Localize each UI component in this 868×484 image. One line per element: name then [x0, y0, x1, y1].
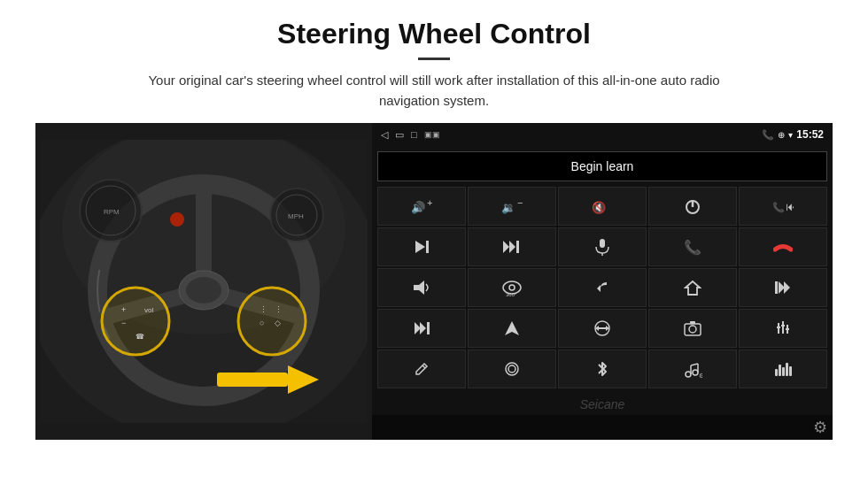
svg-text:⏮: ⏮	[786, 200, 794, 213]
nav-button[interactable]	[468, 309, 556, 348]
svg-rect-69	[781, 325, 785, 327]
begin-learn-button[interactable]: Begin learn	[377, 151, 827, 181]
svg-text:MPH: MPH	[288, 212, 304, 220]
edit-button[interactable]	[377, 350, 466, 388]
back-button[interactable]	[558, 268, 647, 307]
svg-point-75	[693, 370, 698, 375]
time-display: 15:52	[796, 128, 824, 141]
fast-fwd-button[interactable]	[377, 309, 466, 348]
svg-text:+: +	[121, 305, 126, 314]
watermark-text: Seicane	[580, 397, 625, 411]
back-nav-icon[interactable]: ◁	[381, 129, 388, 141]
svg-text:🔊: 🔊	[411, 200, 426, 215]
call-button[interactable]: 📞	[648, 227, 737, 266]
prev-phone-button[interactable]: 📞 ⏮	[739, 187, 827, 226]
svg-marker-38	[415, 241, 425, 253]
svg-point-10	[102, 288, 169, 355]
svg-marker-46	[414, 280, 424, 295]
svg-rect-56	[427, 322, 430, 334]
status-right: 📞 ⊕ ▾ 15:52	[762, 128, 824, 141]
svg-text:🔉: 🔉	[501, 200, 516, 215]
svg-text:🔇: 🔇	[592, 200, 607, 215]
svg-text:⋮: ⋮	[260, 305, 267, 314]
switch-button[interactable]	[558, 309, 647, 348]
mic-button[interactable]	[558, 227, 647, 266]
tablet-ui: ◁ ▭ □ ▣▣ 📞 ⊕ ▾ 15:52 Begin learn	[372, 123, 833, 440]
svg-rect-80	[775, 369, 778, 376]
svg-text:⚙: ⚙	[699, 373, 702, 378]
svg-rect-84	[789, 366, 792, 376]
svg-point-48	[509, 285, 515, 290]
svg-rect-51	[775, 281, 778, 294]
svg-rect-70	[786, 328, 789, 330]
svg-rect-81	[779, 365, 781, 376]
svg-text:360°: 360°	[506, 292, 517, 297]
eq-button[interactable]	[739, 309, 827, 348]
svg-rect-39	[426, 241, 429, 253]
title-divider	[418, 58, 450, 60]
svg-point-9	[186, 277, 221, 303]
wifi-icon: ▾	[788, 130, 793, 140]
vol-up-button[interactable]: 🔊+	[377, 187, 466, 226]
camera-button[interactable]	[648, 309, 737, 348]
svg-text:vol: vol	[144, 306, 153, 314]
begin-learn-row: Begin learn	[377, 151, 827, 181]
page-title: Steering Wheel Control	[35, 18, 833, 50]
svg-marker-52	[779, 281, 785, 294]
svg-point-28	[170, 212, 184, 227]
svg-point-73	[508, 365, 515, 373]
spectrum-button[interactable]	[739, 350, 827, 388]
svg-marker-53	[784, 281, 790, 294]
hangup-button[interactable]	[739, 227, 827, 266]
svg-text:−: −	[121, 319, 126, 327]
page-container: Steering Wheel Control Your original car…	[0, 0, 868, 449]
svg-text:+: +	[427, 197, 432, 208]
svg-marker-50	[686, 281, 700, 295]
content-row: + vol − ☎ ⋮ ⋮ ○ ◇ RPM	[35, 123, 833, 440]
360-view-button[interactable]: 360°	[468, 268, 556, 307]
svg-point-74	[686, 372, 691, 377]
svg-text:RPM: RPM	[104, 208, 120, 216]
svg-rect-42	[516, 241, 519, 253]
svg-rect-68	[777, 327, 780, 328]
controls-grid: 🔊+ 🔉− 🔇 📞 ⏮	[377, 187, 827, 388]
status-left: ◁ ▭ □ ▣▣	[381, 129, 440, 141]
subtitle-text: Your original car's steering wheel contr…	[133, 71, 735, 111]
svg-text:◇: ◇	[275, 319, 281, 327]
svg-text:📞: 📞	[684, 239, 701, 256]
home-nav-icon[interactable]: ▭	[395, 129, 404, 141]
svg-rect-20	[217, 373, 288, 387]
svg-text:☎: ☎	[136, 333, 144, 341]
tablet-content: Begin learn 🔊+ 🔉− 🔇	[372, 146, 833, 394]
phone-status-icon: 📞	[762, 129, 774, 141]
steering-wheel-svg: + vol − ☎ ⋮ ⋮ ○ ◇ RPM	[40, 140, 368, 423]
svg-rect-82	[782, 367, 785, 376]
signal-icon: ▣▣	[424, 130, 440, 139]
svg-text:○: ○	[260, 319, 264, 327]
bluetooth-button[interactable]	[558, 350, 647, 388]
svg-marker-54	[415, 322, 421, 334]
music-button[interactable]: ⚙	[648, 350, 737, 388]
recents-nav-icon[interactable]: □	[411, 129, 417, 140]
next-track-button[interactable]	[377, 227, 466, 266]
status-bar: ◁ ▭ □ ▣▣ 📞 ⊕ ▾ 15:52	[372, 123, 833, 146]
svg-marker-57	[505, 321, 519, 335]
power-button[interactable]	[648, 187, 737, 226]
settings-bar: ⚙	[372, 415, 833, 440]
mute-button[interactable]: 🔇	[558, 187, 647, 226]
fast-back-button[interactable]	[739, 268, 827, 307]
horn-button[interactable]	[377, 268, 466, 307]
svg-rect-83	[786, 363, 788, 376]
svg-text:−: −	[517, 197, 523, 208]
record-button[interactable]	[468, 350, 556, 388]
skip-fwd-button[interactable]	[468, 227, 556, 266]
watermark: Seicane	[372, 394, 833, 415]
svg-text:📞: 📞	[772, 201, 785, 213]
svg-point-63	[689, 326, 696, 333]
settings-icon[interactable]: ⚙	[813, 418, 827, 437]
location-icon: ⊕	[778, 130, 785, 140]
vol-down-button[interactable]: 🔉−	[468, 187, 556, 226]
home-button[interactable]	[648, 268, 737, 307]
svg-point-11	[238, 288, 306, 355]
svg-line-71	[422, 365, 425, 368]
